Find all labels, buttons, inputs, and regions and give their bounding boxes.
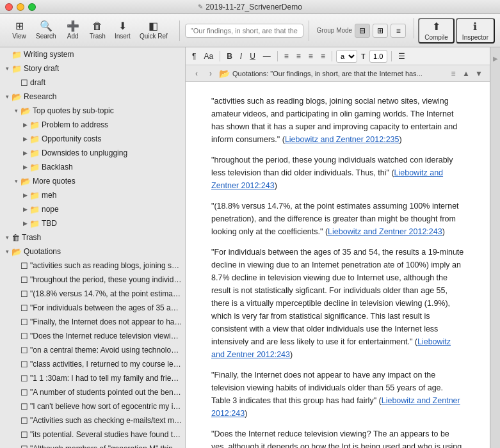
tree-label-q12: "Activities such as checking e-mails/tex…	[30, 416, 182, 425]
format-paragraph-icon[interactable]: ¶	[190, 51, 198, 61]
breadcrumb-down-button[interactable]: ▼	[473, 68, 485, 79]
citation-link-p5[interactable]: Liebowitz and Zentner 2012:243	[211, 396, 460, 418]
sidebar-item-q1[interactable]: ☐"activities such as reading blogs, join…	[0, 259, 185, 273]
sidebar-item-q12[interactable]: ☐"Activities such as checking e-mails/te…	[0, 413, 185, 428]
sidebar-item-q10[interactable]: ☐"A number of students pointed out the b…	[0, 385, 185, 399]
tree-icon-q7: ☐	[20, 346, 28, 355]
format-strikethrough-button[interactable]: —	[261, 51, 273, 61]
sidebar-item-q13[interactable]: ☐"its potential. Several studies have fo…	[0, 428, 185, 442]
quick-search-bar[interactable]	[185, 24, 303, 38]
sidebar-item-nope[interactable]: ▶📁nope	[0, 202, 185, 216]
tree-icon-q2: ☐	[20, 275, 28, 285]
sidebar-item-top-quotes[interactable]: ▾📂Top quotes by sub-topic	[0, 104, 185, 118]
sidebar-item-problem-to-address[interactable]: ▶📁Problem to address	[0, 118, 185, 132]
group-mode-btn-1[interactable]: ⊟	[355, 24, 370, 38]
format-list-button[interactable]: ☰	[396, 51, 408, 61]
tree-icon-q11: ☐	[20, 402, 28, 412]
view-button[interactable]: ⊞ View	[8, 18, 31, 44]
citation-link-p4[interactable]: Liebowitz and Zentner 2012:243	[211, 337, 451, 359]
tree-icon-draft: ☐	[20, 78, 28, 88]
sidebar-item-q8[interactable]: ☐"class activities, I returned to my cou…	[0, 357, 185, 371]
sidebar-item-meh[interactable]: ▶📁meh	[0, 188, 185, 202]
font-size-input[interactable]	[369, 50, 387, 63]
format-italic-button[interactable]: I	[238, 51, 245, 61]
sidebar-item-q7[interactable]: ☐"on a central theme: Avoid using techno…	[0, 343, 185, 357]
tree-arrow-more-quotes: ▾	[12, 178, 20, 184]
sidebar-item-opportunity-costs[interactable]: ▶📁Opportunity costs	[0, 132, 185, 146]
citation-link-p2[interactable]: Liebowitz and Zentner 2012:243	[211, 168, 443, 190]
tree-icon-problem-to-address: 📁	[29, 120, 40, 130]
sidebar-item-q2[interactable]: ☐"hroughout the period, these young indi…	[0, 273, 185, 287]
editor-pane: ¶ Aa B I U — ≡ ≡ ≡ ≡ a T ☰ ‹ › 📂 Quo	[186, 47, 490, 448]
tree-arrow-top-quotes: ▾	[12, 108, 20, 114]
tree-label-top-quotes: Top quotes by sub-topic	[33, 106, 114, 115]
paragraph-style-select[interactable]: a	[336, 50, 357, 63]
sidebar-item-writing-system[interactable]: 📁Writing system	[0, 47, 185, 61]
sidebar-item-q11[interactable]: ☐"I can't believe how sort of egocentric…	[0, 399, 185, 413]
compile-button[interactable]: ⬆ Compile	[418, 18, 455, 44]
minimize-button[interactable]	[17, 3, 24, 11]
window-controls	[5, 3, 36, 11]
citation-link-p1[interactable]: Liebowitz and Zentner 2012:235	[285, 135, 399, 144]
tree-icon-top-quotes: 📂	[20, 106, 31, 116]
format-align-right-button[interactable]: ≡	[306, 51, 316, 61]
toolbar-right-buttons: ⬆ Compile ℹ Inspector	[411, 18, 495, 44]
add-button[interactable]: ➕ Add	[61, 18, 85, 44]
breadcrumb-forward-button[interactable]: ›	[205, 68, 216, 79]
toolbar-separator-3	[414, 18, 414, 38]
tree-icon-quotations: 📂	[12, 247, 22, 257]
trash-button[interactable]: 🗑 Trash	[86, 18, 109, 44]
format-bold-button[interactable]: B	[224, 51, 235, 61]
editor-paragraph-p3: "(18.8% versus 14.7%, at the point estim…	[211, 200, 464, 238]
sidebar-item-research[interactable]: ▾📂Research	[0, 90, 185, 104]
sidebar-item-q6[interactable]: ☐"Does the Internet reduce television vi…	[0, 329, 185, 343]
breadcrumb-up-button[interactable]: ▲	[460, 68, 472, 79]
tree-label-q13: "its potential. Several studies have fou…	[30, 430, 182, 439]
breadcrumb-back-button[interactable]: ‹	[191, 68, 202, 79]
toolbar: ⊞ View 🔍 Search ➕ Add 🗑 Trash ⬇ Insert ◧…	[0, 14, 500, 47]
insert-button[interactable]: ⬇ Insert	[111, 18, 134, 44]
sidebar-item-q14[interactable]: ☐"Although members of "generation M" thi…	[0, 442, 185, 448]
sidebar-item-story-draft[interactable]: ▾📁Story draft	[0, 61, 185, 76]
maximize-button[interactable]	[28, 3, 36, 11]
breadcrumb-menu-button[interactable]: ≡	[448, 68, 459, 79]
sidebar-item-q4[interactable]: ☐"For individuals between the ages of 35…	[0, 301, 185, 315]
group-mode-btn-2[interactable]: ⊞	[373, 24, 388, 38]
tree-label-research: Research	[24, 92, 56, 101]
sidebar-item-more-quotes[interactable]: ▾📂More quotes	[0, 174, 185, 188]
tree-label-story-draft: Story draft	[24, 64, 59, 73]
sidebar-item-trash[interactable]: ▾🗑Trash	[0, 230, 185, 244]
sidebar-item-q5[interactable]: ☐"Finally, the Internet does not appear …	[0, 315, 185, 329]
toolbar-separator-2	[309, 20, 309, 41]
sidebar-item-q9[interactable]: ☐"1 1 :30am: I had to tell my family and…	[0, 371, 185, 385]
tree-arrow-trash: ▾	[3, 234, 12, 241]
group-mode-btn-3[interactable]: ≡	[391, 24, 406, 38]
format-underline-button[interactable]: U	[247, 51, 258, 61]
citation-link-p3[interactable]: Liebowitz and Zentner 2012:243	[328, 227, 442, 236]
tree-arrow-quotations: ▾	[3, 248, 12, 255]
format-font-icon[interactable]: Aa	[201, 51, 216, 61]
editor-paragraph-p4: "For individuals between the ages of 35 …	[211, 246, 464, 361]
tree-icon-opportunity-costs: 📁	[29, 134, 40, 144]
editor-paragraph-p1: "activities such as reading blogs, joini…	[211, 95, 464, 146]
close-button[interactable]	[5, 3, 13, 11]
quickref-button[interactable]: ◧ Quick Ref	[136, 18, 172, 44]
sidebar-item-tbd[interactable]: ▶📁TBD	[0, 216, 185, 230]
sidebar-item-draft[interactable]: ☐draft	[0, 76, 185, 90]
search-button[interactable]: 🔍 Search	[32, 18, 60, 44]
editor-content[interactable]: "activities such as reading blogs, joini…	[186, 82, 490, 448]
sidebar-item-quotations[interactable]: ▾📂Quotations	[0, 244, 185, 259]
document-icon: ✎	[198, 3, 203, 10]
quick-search-input[interactable]	[191, 27, 298, 35]
format-align-justify-button[interactable]: ≡	[318, 51, 328, 61]
sidebar-item-downsides-unplugging[interactable]: ▶📁Downsides to unplugging	[0, 146, 185, 160]
sidebar-item-q3[interactable]: ☐"(18.8% versus 14.7%, at the point esti…	[0, 287, 185, 301]
breadcrumb-bar: ‹ › 📂 Quotations: "Our findings, in shor…	[186, 65, 490, 82]
format-align-left-button[interactable]: ≡	[282, 51, 291, 61]
tree-arrow-downsides-unplugging: ▶	[20, 150, 29, 156]
format-align-center-button[interactable]: ≡	[294, 51, 303, 61]
sidebar-item-backlash[interactable]: ▶📁Backlash	[0, 160, 185, 174]
editor-paragraph-p2: "hroughout the period, these young indiv…	[211, 154, 464, 192]
tree-label-q1: "activities such as reading blogs, joini…	[30, 261, 182, 270]
inspector-button[interactable]: ℹ Inspector	[456, 18, 495, 44]
